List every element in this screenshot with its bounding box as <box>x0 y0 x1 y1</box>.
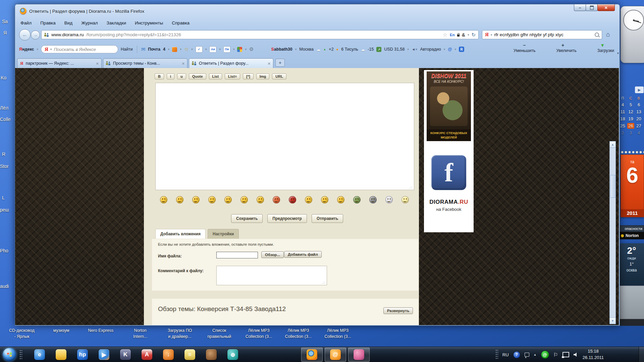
widgets-cube-icon[interactable] <box>237 47 242 52</box>
smiley[interactable] <box>305 196 312 203</box>
taskbar-icon[interactable]: e <box>29 347 50 362</box>
calendar-widget[interactable]: ПСВ456111213181920252627234 <box>619 96 643 136</box>
scrollbar[interactable]: ▲ ▼ <box>609 141 616 324</box>
bbcode-button[interactable]: [*] <box>243 73 254 79</box>
tab-add-attachments[interactable]: Добавить вложения <box>155 229 206 239</box>
translate-badge[interactable]: En <box>450 33 455 37</box>
desktop-label-fragment[interactable]: Sa <box>2 19 8 24</box>
menu-item[interactable]: Инструменты <box>135 20 163 25</box>
desktop-label-fragment[interactable]: Pho <box>0 248 8 253</box>
comment-textarea[interactable]: .:: <box>216 266 327 285</box>
bbcode-button[interactable]: List <box>209 73 222 79</box>
smiley[interactable] <box>208 196 216 203</box>
weather-city-2[interactable]: 6 Тисуль <box>341 47 358 52</box>
reload-icon[interactable]: ↻ <box>471 32 476 38</box>
yandex-search-input[interactable]: Я ▾ Поискать в Яндексе <box>41 45 118 53</box>
radio-label[interactable]: Авторадио <box>420 47 441 52</box>
spellcheck-icon[interactable]: ✓ <box>196 46 203 53</box>
downloads-label[interactable]: Загрузки <box>597 48 614 53</box>
smiley[interactable] <box>160 196 167 203</box>
bbcode-button[interactable]: u <box>177 73 186 79</box>
taskbar-active-icon[interactable] <box>301 348 323 362</box>
tab-settings[interactable]: Настройки <box>208 229 239 239</box>
smiley[interactable] <box>385 196 393 203</box>
language-indicator[interactable]: RU <box>502 352 509 357</box>
tab-yandex-search[interactable]: Я парктроник — Яндекс: ... × <box>17 58 102 68</box>
desktop-label-fragment[interactable]: Лёл <box>0 105 8 111</box>
weather-widget[interactable]: 2° ожди 1° осква <box>619 243 644 286</box>
close-button[interactable]: × <box>597 4 615 11</box>
smiley[interactable] <box>224 196 232 203</box>
engine-dropdown-icon[interactable]: ▾ <box>491 33 492 37</box>
taskbar-icon[interactable] <box>50 347 72 362</box>
desktop-label-fragment[interactable]: L <box>2 195 5 200</box>
bookmarks-dropdown-icon[interactable]: ▾ <box>191 48 193 51</box>
scroll-up-button[interactable]: ▲ <box>610 141 615 148</box>
services-tile-icon[interactable] <box>172 47 177 52</box>
scrollbar-thumb[interactable] <box>610 175 616 198</box>
message-textarea[interactable]: .:: <box>155 83 414 190</box>
smiley[interactable] <box>176 196 183 203</box>
mail-label[interactable]: Почта <box>148 47 160 52</box>
desktop-label-fragment[interactable]: audi <box>0 284 9 289</box>
desktop-icon-label[interactable]: Список правильный <box>200 328 239 340</box>
filename-input[interactable] <box>216 252 258 258</box>
menu-item[interactable]: Справка <box>172 20 190 25</box>
action-center-flag-icon[interactable]: ⚐ <box>553 352 558 358</box>
cube-dropdown-icon[interactable]: ▾ <box>245 48 247 51</box>
desktop-label-fragment[interactable]: Stor <box>0 164 9 169</box>
taskbar-active-icon[interactable]: @ <box>325 348 346 362</box>
resize-grip[interactable]: .:: <box>409 186 413 189</box>
zoom-in-icon[interactable]: + <box>561 43 564 48</box>
smiley[interactable] <box>240 196 248 203</box>
menu-item[interactable]: Правка <box>40 20 56 25</box>
smiley[interactable] <box>401 196 409 203</box>
network-tray-icon[interactable] <box>562 352 569 357</box>
currency-rate[interactable]: USD 31,58 <box>384 47 405 52</box>
taskbar-clock[interactable]: 15:18 26.11.2011 <box>583 348 604 361</box>
desktop-icon-label[interactable]: Nero Express <box>81 328 121 340</box>
tab-reply-active[interactable]: Ответить | Раздел фору... × <box>189 58 273 68</box>
tab-close-icon[interactable]: × <box>268 61 270 66</box>
search-magnifier-icon[interactable] <box>595 33 599 37</box>
translate-icon[interactable]: Aя <box>209 46 216 53</box>
scroll-down-button[interactable]: ▼ <box>610 317 615 324</box>
forward-button[interactable]: → <box>31 31 40 40</box>
bookmarks-star-icon[interactable]: ☆ <box>184 46 189 52</box>
at-dropdown-icon[interactable]: ▾ <box>454 48 456 51</box>
taskbar-active-icon[interactable] <box>348 348 370 362</box>
taskbar-icon[interactable] <box>201 347 222 362</box>
url-dropdown-icon[interactable]: ▾ <box>468 33 469 37</box>
radio-dropdown-icon[interactable]: ▾ <box>444 48 445 51</box>
photo-widget[interactable] <box>619 286 644 319</box>
home-button[interactable]: ⌂ <box>606 31 610 38</box>
services-dropdown-icon[interactable]: ▾ <box>180 48 181 51</box>
taskbar-icon[interactable]: ≡ <box>179 347 201 362</box>
brand-dropdown-icon[interactable]: ▾ <box>37 48 38 51</box>
mute-speaker-icon[interactable]: ◄× <box>412 47 417 51</box>
desktop-icon-label[interactable]: Лёлик MP3 Collection (3... <box>239 328 279 340</box>
taskbar-icon[interactable]: ▶ <box>93 347 115 362</box>
tray-grip[interactable] <box>495 349 498 360</box>
yandex-brand[interactable]: Яндекс <box>19 47 34 52</box>
smiley[interactable] <box>289 196 296 203</box>
expand-button[interactable]: Развернуть <box>383 307 413 314</box>
editor-action-button[interactable]: Сохранить <box>231 214 263 223</box>
smiley[interactable] <box>337 196 344 203</box>
yandex-engine-icon[interactable]: Я <box>485 32 489 38</box>
bbcode-button[interactable]: B <box>155 73 164 79</box>
new-tab-button[interactable]: + <box>275 59 285 67</box>
taskbar-icon[interactable]: ⊕ <box>222 347 244 362</box>
titlebar[interactable]: Ответить | Раздел форума | Diorama.ru - … <box>15 4 620 18</box>
zoom-out-icon[interactable]: − <box>523 43 526 48</box>
page-calendar-widget[interactable]: та 6 2011 <box>621 150 644 217</box>
desktop-icon-label[interactable]: CD-дисковод - Ярлык <box>2 328 42 340</box>
help-tray-icon[interactable]: ? <box>513 351 520 358</box>
currency-dropdown-icon[interactable]: ▾ <box>408 48 409 51</box>
editor-action-button[interactable]: Отправить <box>312 214 343 223</box>
tab-topic-view[interactable]: Просмотр темы - Конв... × <box>103 58 187 68</box>
start-button[interactable] <box>3 348 16 361</box>
clock-widget[interactable] <box>621 6 644 63</box>
user-dropdown-icon[interactable]: ▾ <box>295 48 297 51</box>
desktop-icon-label[interactable]: музизум <box>42 328 81 340</box>
